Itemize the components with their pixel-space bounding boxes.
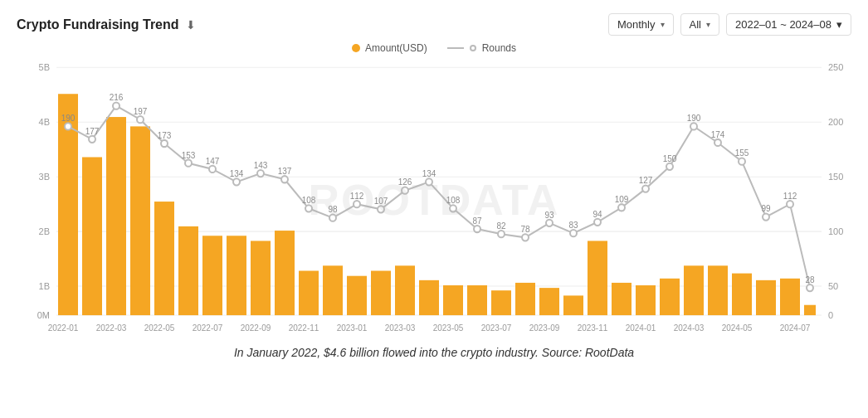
svg-text:93: 93 — [544, 211, 553, 220]
svg-text:177: 177 — [85, 127, 100, 136]
legend-amount-label: Amount(USD) — [365, 42, 427, 54]
date-range-chevron: ▾ — [836, 18, 842, 31]
filter-dropdown[interactable]: All ▾ — [680, 13, 719, 36]
svg-text:2022-05: 2022-05 — [144, 323, 175, 333]
rounds-dot-24 — [642, 185, 649, 192]
svg-text:2024-05: 2024-05 — [722, 323, 753, 333]
svg-text:107: 107 — [374, 197, 388, 206]
svg-text:2024-01: 2024-01 — [626, 323, 656, 333]
date-range-dropdown[interactable]: 2022–01 ~ 2024–08 ▾ — [726, 13, 851, 36]
bar-16 — [443, 285, 463, 315]
svg-text:2022-01: 2022-01 — [48, 323, 79, 333]
legend-amount: Amount(USD) — [352, 42, 427, 54]
chart-title: Crypto Fundraising Trend — [17, 17, 179, 32]
svg-text:4B: 4B — [39, 117, 50, 127]
svg-text:2024-07: 2024-07 — [780, 323, 811, 333]
svg-text:28: 28 — [805, 275, 814, 284]
svg-text:250: 250 — [828, 62, 843, 72]
bar-29 — [756, 280, 776, 315]
bar-22 — [588, 241, 607, 315]
legend: Amount(USD) Rounds — [17, 42, 851, 54]
svg-text:2023-03: 2023-03 — [385, 323, 416, 333]
rounds-dot-13 — [378, 206, 384, 212]
svg-text:2B: 2B — [39, 226, 50, 236]
svg-text:2022-11: 2022-11 — [289, 323, 319, 333]
svg-text:3B: 3B — [39, 172, 50, 182]
bar-11 — [323, 265, 343, 315]
rounds-dot-20 — [546, 220, 553, 226]
bar-24 — [636, 285, 656, 315]
svg-text:190: 190 — [61, 114, 76, 123]
rounds-line-left — [447, 47, 464, 49]
rounds-circle-icon — [470, 45, 476, 51]
rounds-dot-19 — [522, 234, 529, 241]
svg-text:126: 126 — [398, 177, 412, 187]
rounds-dot-15 — [426, 178, 432, 185]
svg-text:190: 190 — [687, 114, 701, 123]
svg-text:99: 99 — [761, 204, 770, 213]
bar-7 — [227, 236, 246, 315]
download-icon[interactable]: ⬇ — [186, 18, 196, 32]
rounds-dot-3 — [137, 116, 144, 123]
rounds-dot-23 — [618, 204, 625, 211]
bar-12 — [347, 276, 367, 315]
svg-text:2023-01: 2023-01 — [337, 323, 368, 333]
period-chevron: ▾ — [661, 20, 665, 29]
chart-header: Crypto Fundraising Trend ⬇ Monthly ▾ All… — [17, 13, 851, 36]
rounds-dot-12 — [354, 201, 360, 207]
svg-text:150: 150 — [663, 154, 677, 163]
svg-text:197: 197 — [134, 107, 148, 116]
svg-text:50: 50 — [828, 281, 838, 291]
bar-2 — [106, 117, 126, 315]
bar-5 — [178, 226, 198, 315]
date-range-label: 2022–01 ~ 2024–08 — [735, 18, 831, 31]
svg-text:134: 134 — [422, 169, 436, 178]
rounds-dot-21 — [570, 230, 577, 236]
legend-rounds: Rounds — [447, 42, 516, 54]
rounds-dot-6 — [209, 166, 216, 173]
bar-18 — [491, 290, 511, 315]
svg-text:200: 200 — [828, 117, 843, 127]
rounds-dot-16 — [450, 205, 456, 211]
svg-text:216: 216 — [110, 93, 124, 102]
chart-svg: 5B 4B 3B 2B 1B 0M 250 200 150 100 50 0 — [17, 59, 851, 341]
rounds-dot-10 — [305, 205, 312, 211]
rounds-dot-28 — [739, 158, 745, 165]
svg-text:112: 112 — [783, 192, 797, 201]
period-label: Monthly — [617, 18, 656, 31]
chart-area: ROOTDATA 5B 4B 3B 2B 1B 0M 250 200 150 1… — [17, 59, 851, 341]
svg-text:78: 78 — [520, 225, 529, 234]
rounds-dot-27 — [714, 139, 721, 146]
svg-text:153: 153 — [182, 150, 196, 159]
svg-text:174: 174 — [711, 130, 725, 139]
svg-text:134: 134 — [230, 169, 244, 178]
svg-text:98: 98 — [328, 205, 337, 214]
rounds-dot-7 — [233, 178, 240, 185]
main-container: Crypto Fundraising Trend ⬇ Monthly ▾ All… — [0, 0, 868, 418]
svg-text:137: 137 — [278, 167, 292, 176]
rounds-dot-29 — [763, 213, 769, 220]
bar-26 — [684, 265, 704, 315]
svg-text:94: 94 — [592, 209, 602, 218]
filter-chevron: ▾ — [706, 20, 710, 29]
rounds-dot-5 — [185, 160, 192, 167]
svg-text:108: 108 — [446, 196, 461, 205]
rounds-dot-31 — [807, 284, 813, 291]
svg-text:173: 173 — [158, 131, 172, 140]
rounds-dot-25 — [666, 163, 673, 170]
svg-text:0: 0 — [828, 310, 833, 320]
svg-text:2023-09: 2023-09 — [529, 323, 560, 333]
rounds-dot-4 — [161, 140, 168, 147]
rounds-dot-1 — [89, 136, 95, 143]
rounds-dot-14 — [402, 187, 408, 194]
rounds-dot-18 — [498, 231, 505, 237]
bar-10 — [299, 271, 319, 316]
svg-text:147: 147 — [206, 157, 220, 166]
period-dropdown[interactable]: Monthly ▾ — [608, 13, 674, 36]
legend-rounds-label: Rounds — [482, 42, 516, 54]
bar-8 — [251, 241, 271, 315]
bar-1 — [82, 157, 102, 315]
rounds-dot-8 — [257, 170, 264, 177]
svg-text:112: 112 — [350, 192, 364, 201]
svg-text:2023-11: 2023-11 — [578, 323, 608, 333]
